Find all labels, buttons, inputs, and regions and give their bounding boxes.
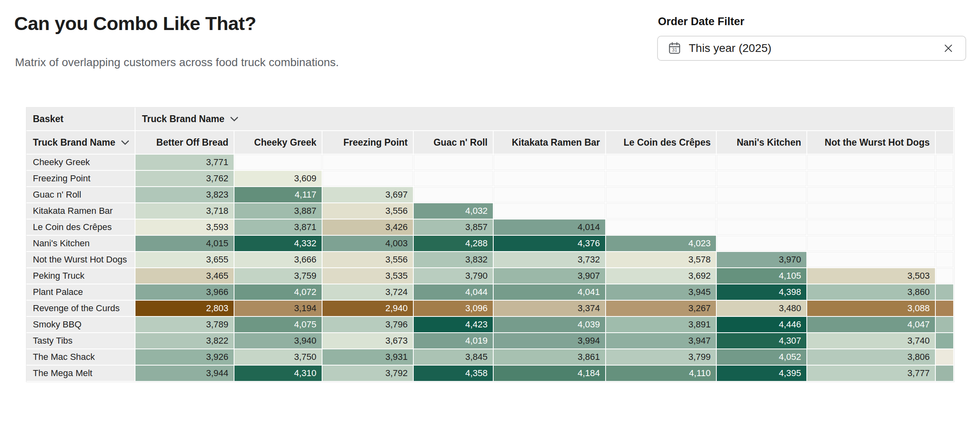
matrix-cell[interactable]: 4,015: [135, 236, 234, 252]
matrix-cell[interactable]: 3,750: [234, 349, 322, 366]
column-header[interactable]: Nani's Kitchen: [717, 131, 807, 155]
row-group-header-truck-brand-name[interactable]: Truck Brand Name: [26, 131, 135, 155]
matrix-cell[interactable]: 4,288: [414, 236, 494, 252]
matrix-cell[interactable]: 4,023: [606, 236, 717, 252]
row-label[interactable]: Freezing Point: [26, 171, 135, 187]
order-date-filter[interactable]: 31 This year (2025): [657, 36, 966, 61]
matrix-cell[interactable]: 3,845: [414, 349, 494, 366]
matrix-cell[interactable]: 4,446: [717, 317, 807, 333]
matrix-cell[interactable]: 4,184: [494, 366, 606, 382]
row-label[interactable]: Nani's Kitchen: [26, 236, 135, 252]
matrix-cell[interactable]: 3,799: [606, 349, 717, 366]
matrix-cell[interactable]: 4,110: [606, 366, 717, 382]
matrix-cell[interactable]: 4,332: [234, 236, 322, 252]
matrix-cell[interactable]: 3,088: [807, 301, 936, 317]
matrix-cell[interactable]: 3,267: [606, 301, 717, 317]
matrix-cell[interactable]: 3,593: [135, 219, 234, 236]
matrix-cell[interactable]: 3,871: [234, 219, 322, 236]
matrix-cell[interactable]: 3,945: [606, 284, 717, 301]
matrix-cell[interactable]: 3,096: [414, 301, 494, 317]
matrix-cell[interactable]: 3,692: [606, 268, 717, 284]
matrix-cell[interactable]: 4,395: [717, 366, 807, 382]
matrix-cell[interactable]: 3,931: [322, 349, 414, 366]
matrix-cell[interactable]: 3,861: [494, 349, 606, 366]
matrix-cell[interactable]: 3,759: [234, 268, 322, 284]
matrix-cell[interactable]: 4,019: [414, 333, 494, 349]
matrix-cell[interactable]: 3,426: [322, 219, 414, 236]
matrix-cell[interactable]: 3,822: [135, 333, 234, 349]
column-header[interactable]: Better Off Bread: [135, 131, 234, 155]
matrix-cell[interactable]: 3,771: [135, 155, 234, 171]
matrix-cell[interactable]: 3,994: [494, 333, 606, 349]
matrix-cell[interactable]: 3,940: [234, 333, 322, 349]
row-label[interactable]: Le Coin des Crêpes: [26, 219, 135, 236]
matrix-cell[interactable]: 3,718: [135, 203, 234, 219]
column-header[interactable]: Guac n' Roll: [414, 131, 494, 155]
matrix-cell[interactable]: 3,970: [717, 252, 807, 268]
row-label[interactable]: The Mac Shack: [26, 349, 135, 366]
row-label[interactable]: Revenge of the Curds: [26, 301, 135, 317]
matrix-cell[interactable]: 3,666: [234, 252, 322, 268]
matrix-cell[interactable]: 3,832: [414, 252, 494, 268]
matrix-cell[interactable]: 4,376: [494, 236, 606, 252]
matrix-cell[interactable]: 4,398: [717, 284, 807, 301]
row-label[interactable]: Smoky BBQ: [26, 317, 135, 333]
matrix-cell[interactable]: 3,823: [135, 187, 234, 203]
column-header[interactable]: Cheeky Greek: [234, 131, 322, 155]
column-header[interactable]: Not the Wurst Hot Dogs: [807, 131, 936, 155]
matrix-cell[interactable]: 3,887: [234, 203, 322, 219]
row-label[interactable]: Kitakata Ramen Bar: [26, 203, 135, 219]
matrix-cell[interactable]: 3,907: [494, 268, 606, 284]
row-label[interactable]: Cheeky Greek: [26, 155, 135, 171]
matrix-cell[interactable]: 4,032: [414, 203, 494, 219]
row-label[interactable]: Plant Palace: [26, 284, 135, 301]
matrix-cell[interactable]: 3,860: [807, 284, 936, 301]
matrix-cell[interactable]: 3,966: [135, 284, 234, 301]
matrix-cell[interactable]: 3,947: [606, 333, 717, 349]
row-label[interactable]: Not the Wurst Hot Dogs: [26, 252, 135, 268]
matrix-cell[interactable]: 3,796: [322, 317, 414, 333]
matrix-cell[interactable]: 2,940: [322, 301, 414, 317]
matrix-cell[interactable]: 4,044: [414, 284, 494, 301]
matrix-cell[interactable]: 3,891: [606, 317, 717, 333]
row-label[interactable]: Peking Truck: [26, 268, 135, 284]
matrix-cell[interactable]: 3,503: [807, 268, 936, 284]
matrix-cell[interactable]: 4,003: [322, 236, 414, 252]
row-label[interactable]: Guac n' Roll: [26, 187, 135, 203]
clear-filter-button[interactable]: [941, 41, 956, 56]
matrix-cell[interactable]: 3,465: [135, 268, 234, 284]
matrix-cell[interactable]: 4,041: [494, 284, 606, 301]
matrix-cell[interactable]: 4,307: [717, 333, 807, 349]
row-label[interactable]: The Mega Melt: [26, 366, 135, 382]
matrix-cell[interactable]: 3,732: [494, 252, 606, 268]
matrix-cell[interactable]: 3,944: [135, 366, 234, 382]
column-header[interactable]: Kitakata Ramen Bar: [494, 131, 606, 155]
matrix-cell[interactable]: 3,655: [135, 252, 234, 268]
matrix-cell[interactable]: 2,803: [135, 301, 234, 317]
matrix-cell[interactable]: 4,047: [807, 317, 936, 333]
matrix-cell[interactable]: 4,105: [717, 268, 807, 284]
matrix-cell[interactable]: 3,374: [494, 301, 606, 317]
matrix-cell[interactable]: 3,578: [606, 252, 717, 268]
matrix-cell[interactable]: 3,777: [807, 366, 936, 382]
matrix-cell[interactable]: 3,724: [322, 284, 414, 301]
row-label[interactable]: Tasty Tibs: [26, 333, 135, 349]
matrix-cell[interactable]: 3,697: [322, 187, 414, 203]
matrix-cell[interactable]: 3,194: [234, 301, 322, 317]
matrix-cell[interactable]: 4,423: [414, 317, 494, 333]
matrix-cell[interactable]: 3,806: [807, 349, 936, 366]
matrix-cell[interactable]: 3,556: [322, 252, 414, 268]
matrix-cell[interactable]: 3,740: [807, 333, 936, 349]
matrix-cell[interactable]: 3,926: [135, 349, 234, 366]
matrix-cell[interactable]: 3,480: [717, 301, 807, 317]
matrix-cell[interactable]: 3,673: [322, 333, 414, 349]
matrix-cell[interactable]: 4,075: [234, 317, 322, 333]
matrix-cell[interactable]: 3,535: [322, 268, 414, 284]
matrix-cell[interactable]: 3,762: [135, 171, 234, 187]
matrix-cell[interactable]: 4,310: [234, 366, 322, 382]
matrix-cell[interactable]: 4,358: [414, 366, 494, 382]
matrix-cell[interactable]: 4,039: [494, 317, 606, 333]
matrix-cell[interactable]: 3,609: [234, 171, 322, 187]
column-header[interactable]: Le Coin des Crêpes: [606, 131, 717, 155]
matrix-cell[interactable]: 4,072: [234, 284, 322, 301]
